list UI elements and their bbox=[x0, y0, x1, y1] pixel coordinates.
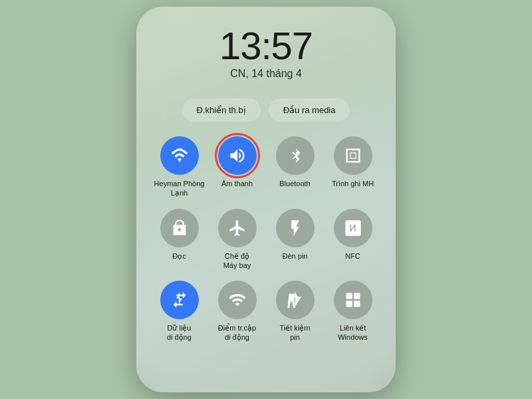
wifi-icon-circle bbox=[160, 136, 199, 175]
battery-save-icon bbox=[286, 291, 305, 309]
icon-item-battery-save[interactable]: Tiết kiệmpin bbox=[269, 281, 321, 342]
date-display: CN, 14 tháng 4 bbox=[230, 68, 302, 80]
screen-record-icon-circle bbox=[334, 136, 372, 175]
screen-record-label: Trình ghi MH bbox=[332, 179, 374, 188]
icon-item-flashlight[interactable]: Đèn pin bbox=[269, 209, 321, 271]
phone-frame: 13:57 CN, 14 tháng 4 Đ.khiển th.bị Đầu r… bbox=[136, 7, 396, 392]
flashlight-icon-circle bbox=[276, 209, 315, 247]
sound-icon-circle bbox=[218, 136, 257, 175]
nfc-icon bbox=[344, 219, 362, 237]
airplane-icon bbox=[228, 219, 247, 237]
wifi-icon bbox=[170, 146, 189, 165]
screen-record-icon bbox=[344, 146, 362, 165]
media-output-button[interactable]: Đầu ra media bbox=[269, 98, 350, 122]
mobile-access-icon bbox=[228, 291, 247, 309]
icon-item-mobile-data[interactable]: Dữ liệudi động bbox=[153, 281, 205, 342]
icon-item-link-windows[interactable]: Liên kếtWindows bbox=[327, 281, 379, 342]
link-windows-icon-circle bbox=[334, 281, 372, 319]
bluetooth-label: Bluetooth bbox=[279, 179, 310, 188]
icon-item-screen-record[interactable]: Trình ghi MH bbox=[327, 136, 379, 198]
battery-save-icon-circle bbox=[276, 281, 315, 319]
wifi-label: Heyman PhòngLạnh bbox=[154, 179, 205, 198]
mobile-data-icon-circle bbox=[160, 281, 199, 319]
sound-label: Âm thanh bbox=[221, 179, 253, 188]
icon-item-airplane[interactable]: Chế độMáy bay bbox=[211, 209, 263, 271]
mobile-access-label: Điểm tr.cậpdi động bbox=[218, 323, 256, 342]
flashlight-label: Đèn pin bbox=[283, 251, 308, 261]
bluetooth-icon-circle bbox=[276, 136, 315, 175]
icon-item-wifi[interactable]: Heyman PhòngLạnh bbox=[153, 136, 205, 198]
mobile-data-label: Dữ liệudi động bbox=[167, 323, 192, 342]
link-windows-icon bbox=[344, 291, 362, 309]
doc-icon-circle bbox=[160, 209, 199, 247]
battery-save-label: Tiết kiệmpin bbox=[280, 323, 311, 342]
icon-item-mobile-access[interactable]: Điểm tr.cậpdi động bbox=[211, 281, 263, 342]
link-windows-label: Liên kếtWindows bbox=[338, 323, 368, 342]
icon-item-sound[interactable]: Âm thanh bbox=[211, 136, 263, 198]
airplane-icon-circle bbox=[218, 209, 257, 247]
doc-icon bbox=[170, 219, 189, 237]
icons-grid: Heyman PhòngLạnh Âm thanh Bluetooth bbox=[153, 136, 379, 342]
mobile-access-icon-circle bbox=[218, 281, 257, 319]
content: 13:57 CN, 14 tháng 4 Đ.khiển th.bị Đầu r… bbox=[136, 7, 396, 356]
airplane-label: Chế độMáy bay bbox=[223, 251, 251, 271]
icon-item-bluetooth[interactable]: Bluetooth bbox=[269, 136, 321, 198]
control-buttons-row: Đ.khiển th.bị Đầu ra media bbox=[150, 98, 382, 122]
bluetooth-icon bbox=[286, 146, 305, 165]
device-control-button[interactable]: Đ.khiển th.bị bbox=[182, 98, 261, 122]
icon-item-nfc[interactable]: NFC bbox=[327, 209, 379, 271]
nfc-icon-circle bbox=[334, 209, 372, 247]
mobile-data-icon bbox=[170, 291, 189, 309]
sound-icon bbox=[228, 146, 247, 165]
clock-display: 13:57 bbox=[219, 27, 313, 65]
icon-item-doc[interactable]: Đọc bbox=[153, 209, 205, 271]
doc-label: Đọc bbox=[172, 251, 186, 261]
flashlight-icon bbox=[286, 219, 305, 237]
nfc-label: NFC bbox=[345, 251, 360, 261]
